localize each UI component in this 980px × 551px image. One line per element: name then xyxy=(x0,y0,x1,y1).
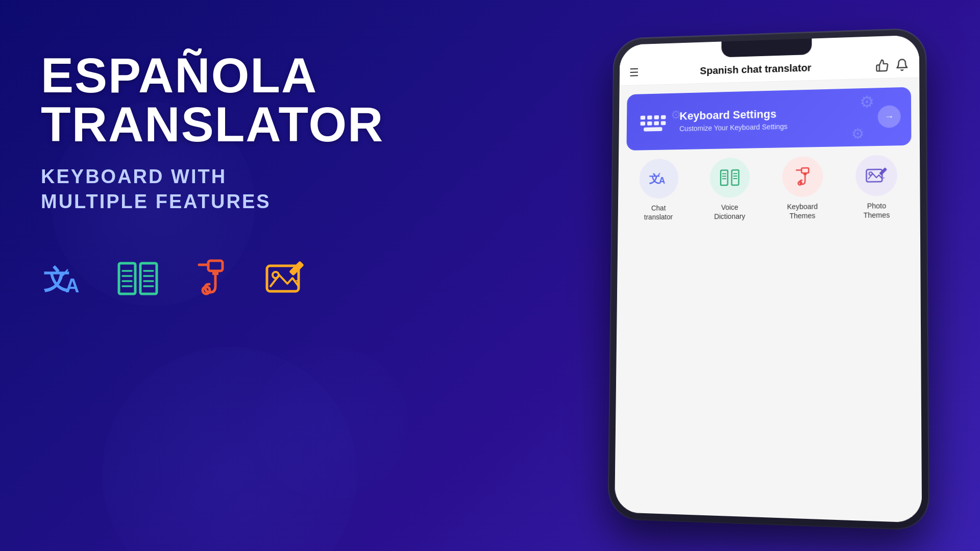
svg-rect-25 xyxy=(647,121,652,126)
svg-rect-32 xyxy=(721,170,728,186)
keyboard-card-left: Keyboard Settings Customize Your Keyboar… xyxy=(636,102,788,140)
svg-rect-19 xyxy=(289,261,304,276)
keyboard-settings-card[interactable]: ⚙ ⚙ ⚙ xyxy=(626,87,911,151)
voice-circle xyxy=(710,157,750,198)
keyboard-themes-icon xyxy=(189,256,235,302)
title-line1: ESPAÑOLA xyxy=(41,51,357,100)
feature-item-keyboard-themes[interactable]: KeyboardThemes xyxy=(768,156,837,220)
phone-notch xyxy=(721,39,812,58)
phone-mockup-container: ☰ Spanish chat translator xyxy=(582,15,949,536)
feature-icon-keyboard xyxy=(189,256,235,302)
keyboard-icon-bg xyxy=(636,104,671,139)
feature-icons-row: 文 A xyxy=(41,256,357,302)
phone-outer: ☰ Spanish chat translator xyxy=(608,29,928,530)
feature-grid: 文 A Chattranslator xyxy=(626,155,912,222)
svg-rect-28 xyxy=(644,127,662,132)
photo-themes-small-icon xyxy=(865,164,888,187)
voice-dictionary-small-icon xyxy=(719,166,741,189)
keyboard-settings-arrow[interactable]: → xyxy=(878,105,901,128)
gear-decor-1: ⚙ xyxy=(860,92,875,111)
svg-text:A: A xyxy=(65,275,79,296)
keyboard-card-text: Keyboard Settings Customize Your Keyboar… xyxy=(679,107,788,133)
voice-label: VoiceDictionary xyxy=(714,203,745,221)
svg-rect-21 xyxy=(647,115,652,119)
notification-icon[interactable] xyxy=(895,58,909,72)
keyboard-themes-label: KeyboardThemes xyxy=(787,202,818,221)
screen-content: ☰ Spanish chat translator xyxy=(615,35,922,522)
phone-screen: ☰ Spanish chat translator xyxy=(615,35,922,522)
svg-text:A: A xyxy=(658,176,665,186)
chat-translator-small-icon: 文 A xyxy=(648,167,670,189)
svg-rect-40 xyxy=(801,168,808,173)
svg-rect-20 xyxy=(641,116,646,120)
svg-rect-24 xyxy=(641,121,646,126)
feature-icon-photo xyxy=(263,256,309,302)
keyboard-settings-icon xyxy=(636,104,671,139)
app-title: Spanish chat translator xyxy=(700,62,811,77)
svg-rect-23 xyxy=(661,115,666,119)
photo-themes-icon xyxy=(263,256,309,302)
subtitle: KEYBOARD WITH MULTIPLE FEATURES xyxy=(41,164,357,215)
chat-label: Chattranslator xyxy=(644,204,673,222)
svg-rect-4 xyxy=(140,263,157,294)
feature-item-chat[interactable]: 文 A Chattranslator xyxy=(626,158,692,222)
keyboard-themes-small-icon xyxy=(791,165,814,188)
chat-circle: 文 A xyxy=(639,159,679,199)
photo-themes-circle xyxy=(855,155,897,196)
voice-dictionary-icon xyxy=(115,256,161,302)
feature-icon-chat: 文 A xyxy=(41,256,87,302)
svg-rect-22 xyxy=(654,115,659,119)
bg-decor-3 xyxy=(255,347,408,500)
left-section: ESPAÑOLA TRANSLATOR KEYBOARD WITH MULTIP… xyxy=(41,51,357,302)
svg-point-45 xyxy=(869,172,872,175)
svg-point-18 xyxy=(273,272,279,278)
keyboard-themes-circle xyxy=(782,156,823,197)
chat-translator-icon: 文 A xyxy=(41,256,87,302)
svg-rect-3 xyxy=(119,263,135,294)
title-line2: TRANSLATOR xyxy=(41,100,357,149)
gear-decor-2: ⚙ xyxy=(671,108,681,122)
gear-decor-3: ⚙ xyxy=(851,126,864,142)
hamburger-menu-icon[interactable]: ☰ xyxy=(629,66,639,79)
feature-item-voice[interactable]: VoiceDictionary xyxy=(696,157,764,221)
feature-item-photo-themes[interactable]: PhotoThemes xyxy=(842,155,912,220)
topbar-icons xyxy=(875,58,909,72)
svg-rect-46 xyxy=(879,167,888,176)
feature-icon-voice xyxy=(115,256,161,302)
svg-rect-26 xyxy=(654,121,659,126)
like-icon[interactable] xyxy=(875,59,889,72)
svg-rect-13 xyxy=(208,261,223,271)
photo-themes-label: PhotoThemes xyxy=(864,201,890,220)
svg-rect-27 xyxy=(661,121,666,125)
svg-rect-33 xyxy=(732,170,739,185)
keyboard-settings-title: Keyboard Settings xyxy=(679,107,788,122)
keyboard-settings-subtitle: Customize Your Keyboard Settings xyxy=(679,122,788,133)
